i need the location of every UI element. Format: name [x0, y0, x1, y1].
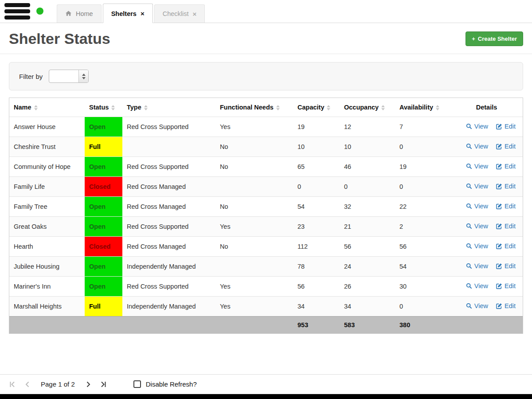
edit-link[interactable]: Edit [496, 262, 516, 270]
cell-details: ViewEdit [450, 297, 523, 317]
brand-area [0, 0, 51, 23]
view-link[interactable]: View [466, 223, 488, 230]
view-link-label: View [474, 203, 488, 210]
disable-refresh-control[interactable]: Disable Refresh? [133, 380, 197, 388]
shelter-table: NameStatusTypeFunctional NeedsCapacityOc… [9, 98, 523, 333]
view-link[interactable]: View [466, 183, 488, 190]
edit-link[interactable]: Edit [496, 183, 516, 190]
column-header-status[interactable]: Status [85, 98, 122, 117]
tab-checklist[interactable]: Checklist × [154, 4, 205, 23]
view-link[interactable]: View [466, 143, 488, 150]
cell-capacity: 54 [293, 197, 340, 217]
cell-type: Red Cross Managed [122, 197, 215, 217]
hamburger-menu-icon[interactable] [4, 3, 30, 20]
first-page-button[interactable] [9, 381, 16, 388]
edit-link[interactable]: Edit [496, 163, 516, 170]
edit-link[interactable]: Edit [496, 223, 516, 230]
cell-occupancy: 12 [340, 117, 395, 137]
totals-empty [85, 317, 122, 333]
view-link[interactable]: View [466, 262, 488, 270]
next-page-button[interactable] [85, 381, 92, 388]
status-badge: Open [85, 117, 122, 137]
tab-label: Shelters [111, 10, 137, 17]
edit-link-label: Edit [505, 203, 516, 210]
cell-availability: 0 [395, 297, 450, 317]
edit-link-label: Edit [505, 282, 516, 289]
column-header-name[interactable]: Name [9, 98, 85, 117]
view-link[interactable]: View [466, 282, 488, 289]
view-link-label: View [474, 163, 488, 170]
top-bar: Home Shelters × Checklist × [0, 0, 532, 23]
disable-refresh-label: Disable Refresh? [146, 380, 197, 388]
view-link[interactable]: View [466, 203, 488, 210]
edit-link-label: Edit [505, 123, 516, 130]
edit-link-label: Edit [505, 163, 516, 170]
total-capacity: 953 [293, 317, 340, 333]
close-icon[interactable]: × [141, 10, 145, 17]
table-row: Community of HopeOpenRed Cross Supported… [9, 157, 523, 177]
edit-icon [496, 123, 502, 129]
cell-capacity: 23 [293, 217, 340, 237]
filter-select[interactable] [49, 70, 89, 83]
plus-icon: + [472, 35, 475, 42]
last-page-button[interactable] [100, 381, 107, 388]
column-header-functional-needs[interactable]: Functional Needs [215, 98, 293, 117]
cell-occupancy: 34 [340, 297, 395, 317]
edit-link-label: Edit [505, 183, 516, 190]
disable-refresh-checkbox[interactable] [133, 380, 141, 388]
edit-link[interactable]: Edit [496, 143, 516, 150]
create-button-label: Create Shelter [478, 35, 517, 42]
page-title: Shelter Status [9, 30, 110, 47]
sort-icon [111, 105, 115, 110]
edit-link[interactable]: Edit [496, 302, 516, 309]
totals-row: 953 583 380 [9, 317, 523, 333]
search-icon [466, 163, 472, 169]
close-icon[interactable]: × [193, 10, 197, 18]
cell-functional-needs: No [215, 157, 293, 177]
edit-link[interactable]: Edit [496, 282, 516, 289]
view-link[interactable]: View [466, 243, 488, 250]
cell-type: Red Cross Supported [122, 277, 215, 297]
view-link-label: View [474, 302, 488, 309]
tab-label: Home [76, 10, 93, 17]
view-link-label: View [474, 243, 488, 250]
table-row: Jubilee HousingOpenIndependently Managed… [9, 257, 523, 277]
table-row: Family LifeClosedRed Cross Managed000Vie… [9, 177, 523, 197]
cell-name: Cheshire Trust [9, 137, 85, 157]
tab-shelters[interactable]: Shelters × [103, 4, 153, 23]
cell-functional-needs [215, 177, 293, 197]
edit-link[interactable]: Edit [496, 123, 516, 130]
view-link[interactable]: View [466, 123, 488, 130]
cell-type [122, 137, 215, 157]
column-header-occupancy[interactable]: Occupancy [340, 98, 395, 117]
totals-empty [215, 317, 293, 333]
cell-name: Marshall Heights [9, 297, 85, 317]
edit-icon [496, 283, 502, 289]
table-row: Marshall HeightsFullIndependently Manage… [9, 297, 523, 317]
edit-icon [496, 203, 502, 209]
cell-details: ViewEdit [450, 277, 523, 297]
bottom-black-strip [0, 394, 532, 399]
column-header-label: Occupancy [344, 104, 379, 111]
column-header-availability[interactable]: Availability [395, 98, 450, 117]
view-link[interactable]: View [466, 163, 488, 170]
column-header-capacity[interactable]: Capacity [293, 98, 340, 117]
cell-availability: 22 [395, 197, 450, 217]
cell-capacity: 65 [293, 157, 340, 177]
previous-page-button[interactable] [24, 381, 31, 388]
cell-details: ViewEdit [450, 117, 523, 137]
column-header-type[interactable]: Type [122, 98, 215, 117]
cell-availability: 2 [395, 217, 450, 237]
view-link-label: View [474, 123, 488, 130]
cell-functional-needs: No [215, 197, 293, 217]
edit-link[interactable]: Edit [496, 243, 516, 250]
shelter-table-container: NameStatusTypeFunctional NeedsCapacityOc… [9, 98, 523, 334]
edit-link[interactable]: Edit [496, 203, 516, 210]
create-shelter-button[interactable]: + Create Shelter [466, 31, 523, 46]
tab-home[interactable]: Home [57, 4, 102, 23]
table-header-row: NameStatusTypeFunctional NeedsCapacityOc… [9, 98, 523, 117]
cell-availability: 0 [395, 177, 450, 197]
cell-occupancy: 10 [340, 137, 395, 157]
view-link[interactable]: View [466, 302, 488, 309]
page-header: Shelter Status + Create Shelter [0, 23, 532, 54]
